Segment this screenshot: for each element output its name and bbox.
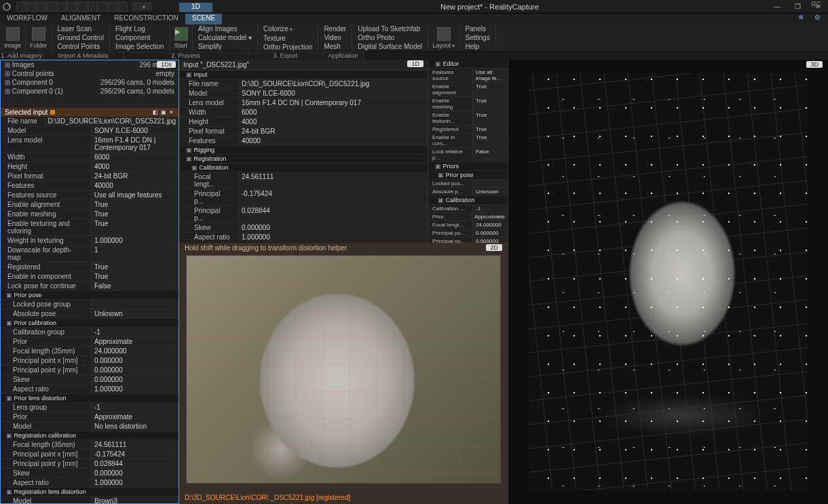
help-icon[interactable]: ❄ bbox=[798, 14, 814, 24]
property-group[interactable]: Prior calibration bbox=[1, 319, 178, 328]
control-points-button[interactable]: Control Points bbox=[56, 42, 105, 51]
settings-button[interactable]: Settings bbox=[464, 33, 491, 42]
view-1d-badge[interactable]: 1D bbox=[407, 60, 424, 67]
view-2d-badge[interactable]: 2D bbox=[486, 244, 502, 251]
property-row[interactable]: PriorApproximate bbox=[1, 337, 178, 347]
view-tab-1d[interactable]: 1D bbox=[179, 3, 212, 12]
render-button[interactable]: Render bbox=[322, 24, 347, 33]
property-row[interactable]: Features40000 bbox=[1, 181, 178, 191]
tree-item[interactable]: Component 0296/296 cams, 0 models bbox=[1, 78, 178, 87]
property-row[interactable]: Focal length (35mm)24.561111 bbox=[1, 440, 178, 450]
calibration-section[interactable]: Calibration bbox=[179, 163, 428, 172]
property-row[interactable]: Principal point y [mm]0.000000 bbox=[1, 366, 178, 375]
video-button[interactable]: Video bbox=[322, 33, 347, 42]
priors-section[interactable]: Priors bbox=[428, 162, 508, 171]
prior-pose-section[interactable]: Prior pose bbox=[428, 171, 508, 180]
laser-scan-button[interactable]: Laser Scan bbox=[56, 24, 105, 33]
property-group[interactable]: Prior lens distortion bbox=[1, 394, 178, 403]
property-row[interactable]: Skew0.000000 bbox=[1, 469, 178, 478]
colorize-button[interactable]: Colorize bbox=[262, 24, 314, 34]
property-row[interactable]: Lens group-1 bbox=[1, 403, 178, 412]
image-selection-button[interactable]: Image Selection bbox=[114, 42, 166, 51]
property-row[interactable]: Skew0.000000 bbox=[1, 375, 178, 385]
property-row[interactable]: Enable meshingTrue bbox=[428, 97, 508, 111]
property-row[interactable]: Features40000 bbox=[179, 136, 428, 146]
property-row[interactable]: Focal lengt...24.000000 bbox=[428, 221, 508, 229]
editor-section[interactable]: Editor bbox=[428, 60, 508, 69]
ground-control-button[interactable]: Ground Control bbox=[56, 33, 105, 42]
tab-alignment[interactable]: ALIGNMENT bbox=[54, 14, 107, 24]
quick-dropdown[interactable] bbox=[132, 2, 152, 11]
property-row[interactable]: Principal point x [mm]-0.175424 bbox=[1, 450, 178, 459]
tree-item[interactable]: Component 0 (1)296/296 cams, 0 models bbox=[1, 87, 178, 96]
tab-reconstruction[interactable]: RECONSTRUCTION bbox=[107, 14, 185, 24]
image-viewport[interactable]: Hold shift while dragging to transform d… bbox=[179, 243, 508, 504]
property-row[interactable]: Lens model16mm F1.4 DC DN | Contemporary… bbox=[179, 98, 428, 108]
point-cloud[interactable] bbox=[529, 73, 808, 490]
property-row[interactable]: PriorApproximate bbox=[428, 213, 508, 221]
panel-controls[interactable]: ◧ ▣ ✕ bbox=[153, 109, 174, 115]
property-row[interactable]: Locked pos... bbox=[428, 180, 508, 188]
align-images-button[interactable]: Align Images bbox=[197, 24, 253, 33]
property-row[interactable]: Focal length (35mm)24.000000 bbox=[1, 347, 178, 356]
ribbon-start[interactable]: ▶Start bbox=[170, 24, 193, 51]
tab-scene[interactable]: SCENE bbox=[185, 14, 222, 24]
property-row[interactable]: Pixel format24-bit BGR bbox=[1, 172, 178, 181]
tree-item[interactable]: Images296 images bbox=[1, 60, 178, 69]
texture-button[interactable]: Texture bbox=[262, 34, 314, 43]
property-row[interactable]: RegisteredTrue bbox=[428, 125, 508, 134]
property-row[interactable]: Absolute poseUnknown bbox=[1, 309, 178, 319]
property-row[interactable]: Calibration ...-1 bbox=[428, 205, 508, 213]
property-row[interactable]: Weight in texturing1.000000 bbox=[1, 236, 178, 246]
property-row[interactable]: Enable in componentTrue bbox=[1, 272, 178, 282]
tab-workflow[interactable]: WORKFLOW bbox=[0, 14, 54, 24]
property-row[interactable]: Enable meshingTrue bbox=[1, 210, 178, 219]
ortho-photo-button[interactable]: Ortho Photo bbox=[356, 33, 424, 42]
property-row[interactable]: Principal point y [mm]0.028844 bbox=[1, 459, 178, 469]
upload-sketchfab-button[interactable]: Upload To Sketchfab bbox=[356, 24, 424, 33]
property-row[interactable]: Height4000 bbox=[179, 117, 428, 127]
help-button[interactable]: Help bbox=[464, 42, 491, 51]
property-row[interactable]: Features sourceUse all image features bbox=[1, 191, 178, 200]
tree-item[interactable]: Control pointsempty bbox=[1, 69, 178, 78]
property-group[interactable]: Registration calibration bbox=[1, 431, 178, 440]
simplify-button[interactable]: Simplify bbox=[197, 42, 253, 51]
view-3d-badge[interactable]: 3D bbox=[806, 61, 823, 68]
panels-button[interactable]: Panels bbox=[464, 24, 491, 33]
maximize-button[interactable]: ❐ bbox=[787, 0, 808, 14]
property-row[interactable]: ModelSONY ILCE-6000 bbox=[1, 126, 178, 136]
property-row[interactable]: File nameD:\3D_SOURCE\Lion\COR\_DSC5221.… bbox=[179, 79, 428, 89]
quick-icons[interactable] bbox=[16, 2, 128, 12]
ortho-projection-button[interactable]: Ortho Projection bbox=[262, 43, 314, 52]
property-row[interactable]: ModelSONY ILCE-6000 bbox=[179, 89, 428, 98]
component-button[interactable]: Component bbox=[114, 33, 166, 42]
property-row[interactable]: Principal point x [mm]0.000000 bbox=[1, 356, 178, 366]
property-row[interactable]: Focal lengt...24.561111 bbox=[179, 172, 428, 189]
property-row[interactable]: Width6000 bbox=[179, 108, 428, 117]
property-row[interactable]: ModelBrown3 bbox=[1, 497, 178, 503]
property-row[interactable]: Enable alignmentTrue bbox=[428, 83, 508, 97]
property-row[interactable]: Height4000 bbox=[1, 162, 178, 172]
property-row[interactable]: RegisteredTrue bbox=[1, 263, 178, 272]
property-row[interactable]: Enable texturing and coloringTrue bbox=[1, 219, 178, 236]
property-row[interactable]: Lock relative p...False bbox=[428, 148, 508, 162]
registration-section[interactable]: Registration bbox=[179, 155, 428, 163]
property-row[interactable]: PriorApproximate bbox=[1, 412, 178, 422]
rigging-section[interactable]: Rigging bbox=[179, 146, 428, 155]
calculate-model-button[interactable]: Calculate model ▾ bbox=[197, 33, 253, 42]
viewport-3d[interactable]: 3D bbox=[508, 60, 828, 504]
ribbon-image[interactable]: Image bbox=[0, 24, 26, 51]
property-row[interactable]: Lock pose for continueFalse bbox=[1, 282, 178, 291]
property-row[interactable]: ModelNo lens distortion bbox=[1, 422, 178, 431]
property-row[interactable]: Calibration group-1 bbox=[1, 328, 178, 337]
ribbon-layout[interactable]: Layout bbox=[428, 24, 459, 51]
minimize-button[interactable]: — bbox=[767, 0, 787, 14]
property-row[interactable]: File nameD:\3D_SOURCE\Lion\COR\_DSC5221.… bbox=[1, 117, 178, 126]
image-preview[interactable] bbox=[186, 255, 501, 484]
property-row[interactable]: Enable alignmentTrue bbox=[1, 200, 178, 210]
property-row[interactable]: Absolute p...Unknown bbox=[428, 188, 508, 196]
property-group[interactable]: Registration lens distortion bbox=[1, 488, 178, 497]
property-group[interactable]: Prior pose bbox=[1, 291, 178, 300]
property-row[interactable]: Downscale for depth-map1 bbox=[1, 246, 178, 263]
property-row[interactable]: Enable texturin...True bbox=[428, 111, 508, 125]
